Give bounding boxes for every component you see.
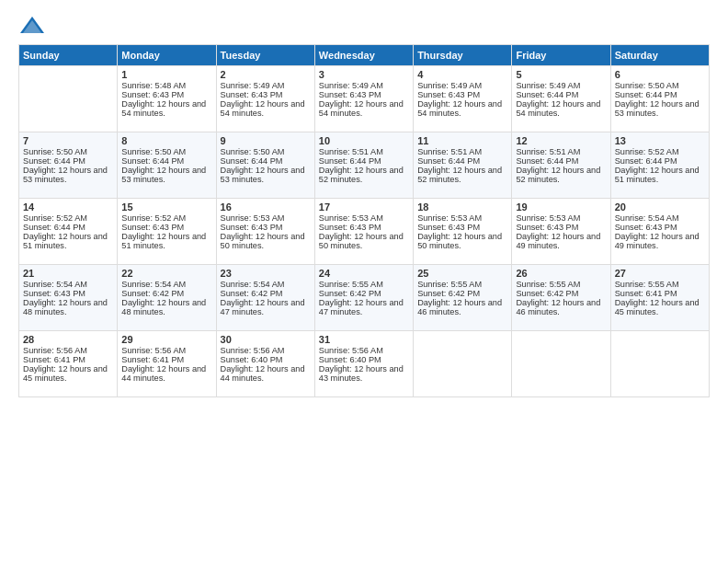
day-number: 20 <box>615 201 705 213</box>
sunset-text: Sunset: 6:44 PM <box>221 156 283 166</box>
calendar-cell: 18Sunrise: 5:53 AMSunset: 6:43 PMDayligh… <box>414 199 512 265</box>
day-number: 6 <box>615 69 705 80</box>
sunrise-text: Sunrise: 5:56 AM <box>221 346 285 355</box>
daylight-text: Daylight: 12 hours and 44 minutes. <box>221 364 305 383</box>
calendar-cell: 24Sunrise: 5:55 AMSunset: 6:42 PMDayligh… <box>314 265 413 331</box>
sunset-text: Sunset: 6:44 PM <box>615 90 677 99</box>
daylight-text: Daylight: 12 hours and 51 minutes. <box>615 166 700 184</box>
sunrise-text: Sunrise: 5:51 AM <box>516 147 580 156</box>
day-number: 1 <box>121 69 211 80</box>
weekday-header: Friday <box>512 45 610 66</box>
sunset-text: Sunset: 6:41 PM <box>121 355 184 364</box>
calendar-cell: 31Sunrise: 5:56 AMSunset: 6:40 PMDayligh… <box>314 331 413 397</box>
day-number: 8 <box>121 135 211 146</box>
day-number: 17 <box>319 201 409 213</box>
calendar-header: SundayMondayTuesdayWednesdayThursdayFrid… <box>19 45 710 66</box>
calendar-cell: 5Sunrise: 5:49 AMSunset: 6:44 PMDaylight… <box>512 66 610 132</box>
sunrise-text: Sunrise: 5:53 AM <box>221 213 285 223</box>
daylight-text: Daylight: 12 hours and 46 minutes. <box>516 298 600 316</box>
day-number: 16 <box>221 201 311 213</box>
sunrise-text: Sunrise: 5:51 AM <box>417 147 482 156</box>
sunset-text: Sunset: 6:44 PM <box>615 156 677 166</box>
day-number: 29 <box>121 334 211 345</box>
daylight-text: Daylight: 12 hours and 45 minutes. <box>23 364 108 383</box>
daylight-text: Daylight: 12 hours and 51 minutes. <box>121 232 206 250</box>
calendar-cell: 10Sunrise: 5:51 AMSunset: 6:44 PMDayligh… <box>314 132 413 199</box>
calendar-week-row: 7Sunrise: 5:50 AMSunset: 6:44 PMDaylight… <box>19 132 710 199</box>
sunrise-text: Sunrise: 5:54 AM <box>615 213 679 223</box>
sunset-text: Sunset: 6:41 PM <box>23 355 85 364</box>
weekday-header: Monday <box>118 45 216 66</box>
day-number: 12 <box>516 135 606 146</box>
calendar-cell: 9Sunrise: 5:50 AMSunset: 6:44 PMDaylight… <box>216 132 314 199</box>
calendar-cell: 14Sunrise: 5:52 AMSunset: 6:44 PMDayligh… <box>19 199 118 265</box>
day-number: 30 <box>221 334 311 345</box>
sunset-text: Sunset: 6:44 PM <box>121 156 184 166</box>
daylight-text: Daylight: 12 hours and 53 minutes. <box>221 166 305 184</box>
header-row: SundayMondayTuesdayWednesdayThursdayFrid… <box>19 45 710 66</box>
sunset-text: Sunset: 6:43 PM <box>516 223 578 232</box>
weekday-header: Wednesday <box>314 45 413 66</box>
day-number: 22 <box>121 268 211 279</box>
daylight-text: Daylight: 12 hours and 53 minutes. <box>121 166 206 184</box>
calendar-cell: 16Sunrise: 5:53 AMSunset: 6:43 PMDayligh… <box>216 199 314 265</box>
daylight-text: Daylight: 12 hours and 52 minutes. <box>417 166 502 184</box>
calendar-cell <box>512 331 610 397</box>
day-number: 21 <box>23 268 113 279</box>
sunrise-text: Sunrise: 5:54 AM <box>221 280 285 289</box>
daylight-text: Daylight: 12 hours and 45 minutes. <box>615 298 700 316</box>
daylight-text: Daylight: 12 hours and 48 minutes. <box>23 298 108 316</box>
calendar-cell: 29Sunrise: 5:56 AMSunset: 6:41 PMDayligh… <box>118 331 216 397</box>
day-number: 2 <box>221 69 311 80</box>
daylight-text: Daylight: 12 hours and 50 minutes. <box>319 232 404 250</box>
weekday-header: Saturday <box>610 45 709 66</box>
sunset-text: Sunset: 6:41 PM <box>615 289 677 298</box>
day-number: 13 <box>615 135 705 146</box>
sunset-text: Sunset: 6:40 PM <box>221 355 283 364</box>
sunset-text: Sunset: 6:43 PM <box>121 90 184 99</box>
sunset-text: Sunset: 6:43 PM <box>221 223 283 232</box>
calendar-cell <box>610 331 709 397</box>
calendar-cell: 26Sunrise: 5:55 AMSunset: 6:42 PMDayligh… <box>512 265 610 331</box>
calendar-cell: 4Sunrise: 5:49 AMSunset: 6:43 PMDaylight… <box>414 66 512 132</box>
calendar-cell: 2Sunrise: 5:49 AMSunset: 6:43 PMDaylight… <box>216 66 314 132</box>
sunset-text: Sunset: 6:43 PM <box>23 289 85 298</box>
sunrise-text: Sunrise: 5:48 AM <box>121 81 186 90</box>
sunrise-text: Sunrise: 5:50 AM <box>615 81 679 90</box>
daylight-text: Daylight: 12 hours and 50 minutes. <box>221 232 305 250</box>
logo <box>18 15 50 37</box>
calendar-cell: 23Sunrise: 5:54 AMSunset: 6:42 PMDayligh… <box>216 265 314 331</box>
sunset-text: Sunset: 6:44 PM <box>417 156 480 166</box>
day-number: 19 <box>516 201 606 213</box>
calendar-cell: 3Sunrise: 5:49 AMSunset: 6:43 PMDaylight… <box>314 66 413 132</box>
sunrise-text: Sunrise: 5:51 AM <box>319 147 383 156</box>
logo-icon <box>18 15 46 37</box>
calendar-cell: 28Sunrise: 5:56 AMSunset: 6:41 PMDayligh… <box>19 331 118 397</box>
sunrise-text: Sunrise: 5:54 AM <box>23 280 87 289</box>
sunrise-text: Sunrise: 5:49 AM <box>417 81 482 90</box>
daylight-text: Daylight: 12 hours and 54 minutes. <box>417 99 502 118</box>
day-number: 3 <box>319 69 409 80</box>
sunrise-text: Sunrise: 5:52 AM <box>615 147 679 156</box>
calendar-cell: 8Sunrise: 5:50 AMSunset: 6:44 PMDaylight… <box>118 132 216 199</box>
day-number: 4 <box>417 69 507 80</box>
sunrise-text: Sunrise: 5:53 AM <box>319 213 383 223</box>
day-number: 14 <box>23 201 113 213</box>
calendar-cell: 25Sunrise: 5:55 AMSunset: 6:42 PMDayligh… <box>414 265 512 331</box>
sunrise-text: Sunrise: 5:50 AM <box>121 147 186 156</box>
daylight-text: Daylight: 12 hours and 53 minutes. <box>615 99 700 118</box>
weekday-header: Tuesday <box>216 45 314 66</box>
daylight-text: Daylight: 12 hours and 52 minutes. <box>516 166 600 184</box>
sunrise-text: Sunrise: 5:50 AM <box>23 147 87 156</box>
daylight-text: Daylight: 12 hours and 50 minutes. <box>417 232 502 250</box>
calendar-cell: 6Sunrise: 5:50 AMSunset: 6:44 PMDaylight… <box>610 66 709 132</box>
sunrise-text: Sunrise: 5:56 AM <box>23 346 87 355</box>
daylight-text: Daylight: 12 hours and 47 minutes. <box>319 298 404 316</box>
daylight-text: Daylight: 12 hours and 54 minutes. <box>516 99 600 118</box>
day-number: 23 <box>221 268 311 279</box>
calendar-cell: 17Sunrise: 5:53 AMSunset: 6:43 PMDayligh… <box>314 199 413 265</box>
day-number: 28 <box>23 334 113 345</box>
sunrise-text: Sunrise: 5:52 AM <box>23 213 87 223</box>
day-number: 9 <box>221 135 311 146</box>
sunset-text: Sunset: 6:42 PM <box>121 289 184 298</box>
